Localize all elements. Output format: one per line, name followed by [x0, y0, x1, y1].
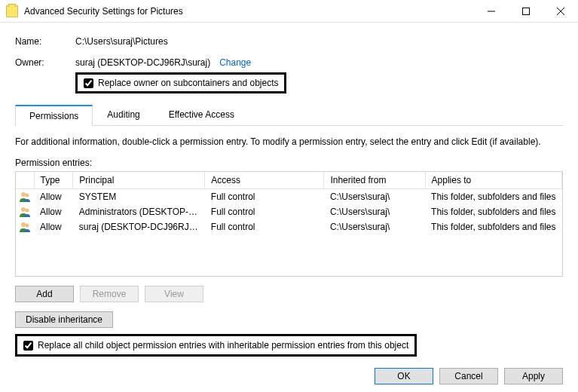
replace-owner-checkbox[interactable]: [84, 78, 93, 88]
svg-point-9: [26, 224, 29, 228]
svg-rect-1: [523, 8, 530, 14]
tab-auditing[interactable]: Auditing: [93, 104, 154, 125]
cell-type: Allow: [34, 189, 73, 205]
entries-label: Permission entries:: [15, 158, 563, 168]
cell-principal: SYSTEM: [73, 189, 205, 205]
close-button[interactable]: [543, 0, 578, 23]
replace-owner-box[interactable]: Replace owner on subcontainers and objec…: [75, 72, 286, 93]
close-icon: [557, 8, 564, 15]
disable-inheritance-button[interactable]: Disable inheritance: [15, 311, 113, 328]
replace-child-label: Replace all child object permission entr…: [38, 340, 408, 351]
permission-table[interactable]: Type Principal Access Inherited from App…: [15, 171, 563, 277]
cell-principal: suraj (DESKTOP-DCJ96RJ\suraj): [73, 219, 205, 234]
svg-point-5: [26, 194, 29, 198]
maximize-button[interactable]: [509, 0, 543, 23]
svg-point-7: [26, 209, 29, 213]
user-group-icon: [16, 204, 34, 219]
cell-inherited: C:\Users\suraj\: [324, 204, 425, 219]
remove-button[interactable]: Remove: [80, 286, 139, 302]
th-access[interactable]: Access: [205, 172, 324, 189]
tab-permissions[interactable]: Permissions: [15, 105, 93, 126]
cell-access: Full control: [205, 219, 324, 234]
cell-access: Full control: [205, 189, 324, 205]
table-row[interactable]: AllowAdministrators (DESKTOP-DC...Full c…: [16, 204, 562, 219]
replace-child-box[interactable]: Replace all child object permission entr…: [15, 334, 417, 357]
table-row[interactable]: Allowsuraj (DESKTOP-DCJ96RJ\suraj)Full c…: [16, 219, 562, 234]
name-row: Name: C:\Users\suraj\Pictures: [15, 36, 563, 47]
add-button[interactable]: Add: [15, 286, 74, 302]
window-title: Advanced Security Settings for Pictures: [24, 6, 183, 17]
table-row[interactable]: AllowSYSTEMFull controlC:\Users\suraj\Th…: [16, 189, 562, 205]
view-button[interactable]: View: [145, 286, 203, 302]
owner-row: Owner: suraj (DESKTOP-DCJ96RJ\suraj) Cha…: [15, 57, 563, 68]
svg-point-8: [21, 222, 26, 227]
titlebar: Advanced Security Settings for Pictures: [0, 0, 578, 23]
cell-inherited: C:\Users\suraj\: [324, 219, 425, 234]
cell-applies: This folder, subfolders and files: [425, 189, 561, 205]
cancel-button[interactable]: Cancel: [439, 368, 498, 384]
cell-principal: Administrators (DESKTOP-DC...: [73, 204, 205, 219]
cell-access: Full control: [205, 204, 324, 219]
info-text: For additional information, double-click…: [15, 136, 563, 147]
ok-button[interactable]: OK: [375, 368, 433, 384]
tab-effective-access[interactable]: Effective Access: [154, 104, 249, 125]
th-inherited[interactable]: Inherited from: [324, 172, 425, 189]
replace-owner-label: Replace owner on subcontainers and objec…: [98, 78, 278, 88]
tabs: Permissions Auditing Effective Access: [15, 104, 563, 126]
cell-type: Allow: [34, 219, 73, 234]
name-label: Name:: [15, 36, 75, 47]
minimize-icon: [488, 8, 495, 15]
th-type[interactable]: Type: [34, 172, 73, 189]
cell-applies: This folder, subfolders and files: [425, 219, 561, 234]
footer-buttons: OK Cancel Apply: [375, 368, 563, 384]
user-group-icon: [16, 189, 34, 205]
name-value: C:\Users\suraj\Pictures: [75, 36, 168, 47]
apply-button[interactable]: Apply: [504, 368, 563, 384]
svg-point-4: [21, 192, 26, 197]
cell-inherited: C:\Users\suraj\: [324, 189, 425, 205]
table-header-row: Type Principal Access Inherited from App…: [16, 172, 562, 189]
cell-applies: This folder, subfolders and files: [425, 204, 561, 219]
change-owner-link[interactable]: Change: [219, 57, 251, 68]
maximize-icon: [522, 8, 530, 15]
minimize-button[interactable]: [474, 0, 509, 23]
cell-type: Allow: [34, 204, 73, 219]
owner-label: Owner:: [15, 57, 75, 68]
th-applies[interactable]: Applies to: [425, 172, 561, 189]
owner-value: suraj (DESKTOP-DCJ96RJ\suraj): [75, 57, 210, 68]
th-principal[interactable]: Principal: [73, 172, 205, 189]
user-group-icon: [16, 219, 34, 234]
replace-child-checkbox[interactable]: [23, 341, 33, 351]
svg-point-6: [21, 207, 26, 212]
folder-icon: [6, 5, 18, 17]
